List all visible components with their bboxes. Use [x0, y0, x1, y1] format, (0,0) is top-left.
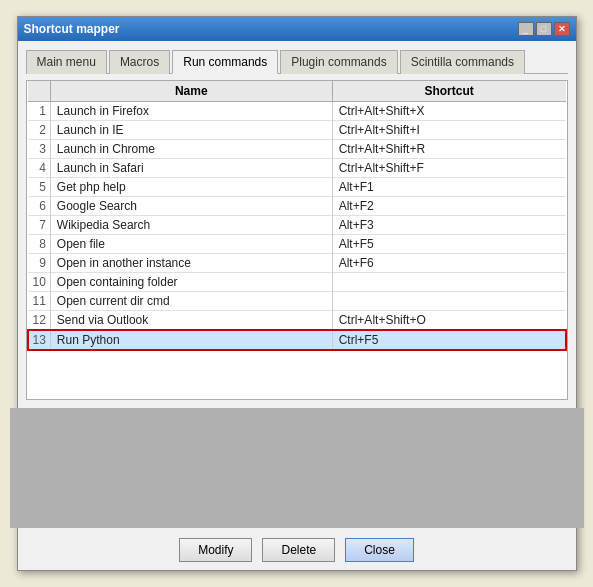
tab-scintilla-commands[interactable]: Scintilla commands: [400, 50, 525, 74]
row-name: Launch in IE: [50, 121, 332, 140]
delete-button[interactable]: Delete: [262, 538, 335, 562]
tab-bar: Main menuMacrosRun commandsPlugin comman…: [26, 49, 568, 74]
row-name: Run Python: [50, 330, 332, 350]
table-row[interactable]: 12Send via OutlookCtrl+Alt+Shift+O: [28, 311, 566, 331]
col-num-header: [28, 81, 51, 102]
tab-macros[interactable]: Macros: [109, 50, 170, 74]
table-row[interactable]: 9Open in another instanceAlt+F6: [28, 254, 566, 273]
tab-run-commands[interactable]: Run commands: [172, 50, 278, 74]
bottom-buttons: Modify Delete Close: [18, 528, 576, 570]
minimize-button[interactable]: _: [518, 22, 534, 36]
row-shortcut: Alt+F5: [332, 235, 565, 254]
table-row[interactable]: 2Launch in IECtrl+Alt+Shift+I: [28, 121, 566, 140]
close-button[interactable]: Close: [345, 538, 414, 562]
row-name: Send via Outlook: [50, 311, 332, 331]
row-num: 4: [28, 159, 51, 178]
maximize-button[interactable]: □: [536, 22, 552, 36]
row-num: 11: [28, 292, 51, 311]
table-row[interactable]: 10Open containing folder: [28, 273, 566, 292]
row-shortcut: Alt+F2: [332, 197, 565, 216]
row-num: 8: [28, 235, 51, 254]
row-name: Launch in Chrome: [50, 140, 332, 159]
row-name: Wikipedia Search: [50, 216, 332, 235]
row-shortcut: Ctrl+F5: [332, 330, 565, 350]
row-num: 13: [28, 330, 51, 350]
table-row[interactable]: 8Open fileAlt+F5: [28, 235, 566, 254]
row-shortcut: [332, 273, 565, 292]
window-title: Shortcut mapper: [24, 22, 120, 36]
row-name: Launch in Firefox: [50, 102, 332, 121]
table-row[interactable]: 7Wikipedia SearchAlt+F3: [28, 216, 566, 235]
row-shortcut: Ctrl+Alt+Shift+I: [332, 121, 565, 140]
modify-button[interactable]: Modify: [179, 538, 252, 562]
table-row[interactable]: 4Launch in SafariCtrl+Alt+Shift+F: [28, 159, 566, 178]
row-shortcut: Ctrl+Alt+Shift+O: [332, 311, 565, 331]
row-shortcut: Alt+F3: [332, 216, 565, 235]
tab-main-menu[interactable]: Main menu: [26, 50, 107, 74]
row-num: 12: [28, 311, 51, 331]
title-bar: Shortcut mapper _ □ ✕: [18, 17, 576, 41]
table-row[interactable]: 11Open current dir cmd: [28, 292, 566, 311]
row-name: Get php help: [50, 178, 332, 197]
row-num: 2: [28, 121, 51, 140]
table-row[interactable]: 5Get php helpAlt+F1: [28, 178, 566, 197]
row-num: 5: [28, 178, 51, 197]
row-num: 7: [28, 216, 51, 235]
shortcut-mapper-window: Shortcut mapper _ □ ✕ Main menuMacrosRun…: [17, 16, 577, 571]
close-window-button[interactable]: ✕: [554, 22, 570, 36]
table-row[interactable]: 6Google SearchAlt+F2: [28, 197, 566, 216]
row-name: Open in another instance: [50, 254, 332, 273]
row-num: 10: [28, 273, 51, 292]
row-name: Open containing folder: [50, 273, 332, 292]
row-shortcut: Alt+F6: [332, 254, 565, 273]
row-name: Launch in Safari: [50, 159, 332, 178]
col-shortcut-header: Shortcut: [332, 81, 565, 102]
row-num: 1: [28, 102, 51, 121]
row-shortcut: Ctrl+Alt+Shift+R: [332, 140, 565, 159]
table-row[interactable]: 1Launch in FirefoxCtrl+Alt+Shift+X: [28, 102, 566, 121]
gray-area: [10, 408, 584, 528]
row-name: Google Search: [50, 197, 332, 216]
tab-plugin-commands[interactable]: Plugin commands: [280, 50, 397, 74]
table-row[interactable]: 13Run PythonCtrl+F5: [28, 330, 566, 350]
commands-table-container: Name Shortcut 1Launch in FirefoxCtrl+Alt…: [26, 80, 568, 400]
row-shortcut: [332, 292, 565, 311]
table-row[interactable]: 3Launch in ChromeCtrl+Alt+Shift+R: [28, 140, 566, 159]
commands-table: Name Shortcut 1Launch in FirefoxCtrl+Alt…: [27, 81, 567, 351]
row-num: 9: [28, 254, 51, 273]
window-body: Main menuMacrosRun commandsPlugin comman…: [18, 41, 576, 408]
row-shortcut: Ctrl+Alt+Shift+F: [332, 159, 565, 178]
row-num: 3: [28, 140, 51, 159]
row-shortcut: Ctrl+Alt+Shift+X: [332, 102, 565, 121]
col-name-header: Name: [50, 81, 332, 102]
title-bar-buttons: _ □ ✕: [518, 22, 570, 36]
row-name: Open current dir cmd: [50, 292, 332, 311]
row-num: 6: [28, 197, 51, 216]
row-name: Open file: [50, 235, 332, 254]
commands-table-body: 1Launch in FirefoxCtrl+Alt+Shift+X2Launc…: [28, 102, 566, 351]
row-shortcut: Alt+F1: [332, 178, 565, 197]
